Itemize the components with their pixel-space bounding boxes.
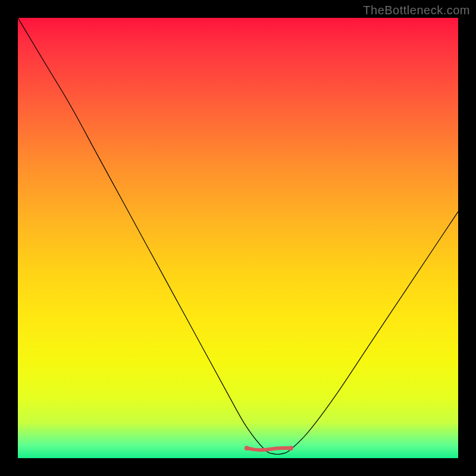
plot-area: [18, 18, 458, 458]
trough-dot-right: [289, 446, 293, 450]
trough-marker: [247, 448, 291, 450]
curve-layer: [18, 18, 458, 458]
bottleneck-curve: [18, 18, 458, 455]
chart-root: TheBottleneck.com: [0, 0, 476, 476]
trough-dot-left: [245, 446, 249, 450]
attribution-label: TheBottleneck.com: [363, 4, 470, 17]
